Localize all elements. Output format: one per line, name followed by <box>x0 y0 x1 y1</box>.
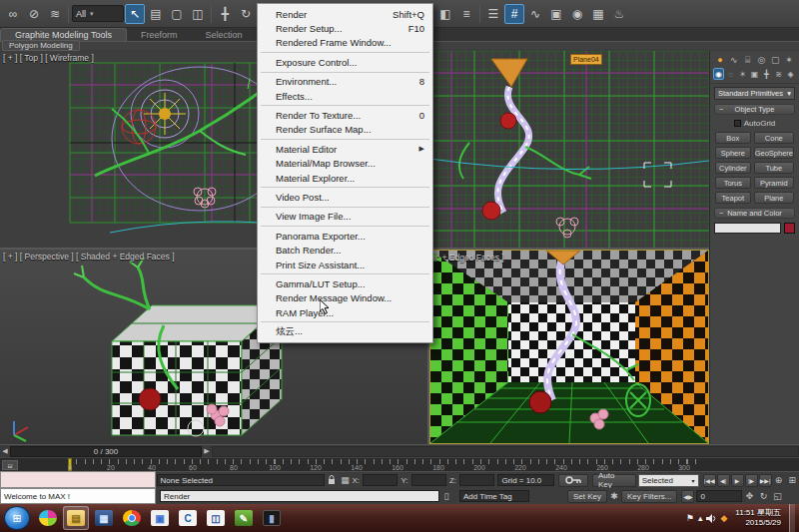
maximize-viewport-toggle-icon[interactable]: ◱ <box>770 490 784 503</box>
key-filters-paw-icon[interactable]: ✱ <box>607 490 621 503</box>
taskbar-photo-viewer-icon[interactable]: ▣ <box>147 506 173 530</box>
play-button[interactable]: ▶ <box>731 474 744 487</box>
align-button[interactable]: ≡ <box>456 4 476 24</box>
menu-item-environment[interactable]: Environment...8 <box>258 75 432 89</box>
z-coord-field[interactable] <box>459 474 494 486</box>
menu-item-xuanyun-cloud-render[interactable]: 炫云... <box>258 324 432 338</box>
primitive-category-dropdown[interactable]: Standard Primitives ▾ <box>714 87 795 100</box>
sphere-button[interactable]: Sphere <box>715 147 751 159</box>
taskbar-caj-viewer-icon[interactable]: C <box>175 506 201 530</box>
unlink-selection-icon[interactable]: ⊘ <box>24 4 44 24</box>
action-center-flag-icon[interactable]: ⚑ <box>686 513 694 523</box>
create-tab[interactable]: ● <box>714 54 726 66</box>
menu-item-exposure-control[interactable]: Exposure Control... <box>258 55 432 69</box>
time-slider-prev-arrow[interactable]: ◀ <box>0 446 10 457</box>
viewport-perspective-label[interactable]: [ + ] [ Perspective ] [ Shaded + Edged F… <box>3 252 175 262</box>
bind-to-space-warp-icon[interactable]: ≋ <box>45 4 65 24</box>
tube-button[interactable]: Tube <box>754 162 794 174</box>
menu-item-ram-player[interactable]: RAM Player... <box>258 305 432 319</box>
material-editor-button[interactable]: ◉ <box>567 4 587 24</box>
go-to-end-button[interactable]: ▶▶| <box>759 474 772 487</box>
taskbar-media-app-icon[interactable] <box>35 506 61 530</box>
motion-tab[interactable]: ◎ <box>755 54 767 66</box>
systems-button[interactable]: ◈ <box>785 68 796 80</box>
x-coord-field[interactable] <box>363 474 398 486</box>
object-name-input[interactable] <box>714 223 781 234</box>
hidden-icons-arrow[interactable]: ▴ <box>698 513 703 523</box>
select-and-link-icon[interactable]: ∞ <box>3 4 23 24</box>
key-filters-button[interactable]: Key Filters... <box>621 490 677 503</box>
taskbar-save-app-icon[interactable]: ◫ <box>203 506 229 530</box>
go-to-start-button[interactable]: |◀◀ <box>703 474 716 487</box>
schematic-view-button[interactable]: ▣ <box>546 4 566 24</box>
viewport-top-label[interactable]: [ + ] [ Top ] [ Wireframe ] <box>3 53 94 63</box>
window-crossing-toggle[interactable]: ◫ <box>188 4 208 24</box>
set-key-button[interactable]: Set Key <box>567 490 607 503</box>
mirror-button[interactable]: ◧ <box>435 4 455 24</box>
pan-hand-icon[interactable]: ✥ <box>742 490 756 503</box>
display-tab[interactable]: ▢ <box>769 54 781 66</box>
auto-key-button[interactable]: Auto Key <box>592 474 636 487</box>
object-color-swatch[interactable] <box>784 223 795 234</box>
space-warps-button[interactable]: ≋ <box>773 68 784 80</box>
selection-lock-toggle[interactable] <box>325 474 339 487</box>
pyramid-button[interactable]: Pyramid <box>754 177 794 189</box>
viewport-camera-top-right[interactable]: Plane04 <box>429 51 709 248</box>
box-button[interactable]: Box <box>715 132 751 144</box>
y-coord-field[interactable] <box>411 474 446 486</box>
helpers-button[interactable]: ╋ <box>761 68 772 80</box>
key-set-dropdown[interactable]: Selected ▾ <box>638 474 699 487</box>
shapes-button[interactable]: ◌ <box>725 68 736 80</box>
tab-selection[interactable]: Selection <box>191 28 256 41</box>
menu-item-print-size-assistant[interactable]: Print Size Assistant... <box>258 258 432 271</box>
show-desktop-button[interactable] <box>789 504 795 532</box>
menu-item-rendered-frame-window[interactable]: Rendered Frame Window... <box>258 36 432 50</box>
menu-item-render-surface-map[interactable]: Render Surface Map... <box>258 123 432 137</box>
add-time-tag-field[interactable]: Add Time Tag <box>459 490 529 502</box>
next-frame-button[interactable]: |▶ <box>745 474 758 487</box>
set-keys-key-button[interactable] <box>558 474 588 487</box>
taskbar-phone-app-icon[interactable]: ▮ <box>259 506 285 530</box>
taskbar-editor-app-icon[interactable]: ✎ <box>231 506 257 530</box>
menu-item-render-setup[interactable]: Render Setup...F10 <box>258 21 432 35</box>
select-and-rotate-button[interactable]: ↻ <box>236 4 256 24</box>
render-production-button[interactable]: ♨ <box>609 4 629 24</box>
menu-item-render-message-window[interactable]: Render Message Window... <box>258 291 432 305</box>
lights-button[interactable]: ☀ <box>737 68 748 80</box>
rect-selection-region-button[interactable]: ▢ <box>167 4 187 24</box>
menu-item-view-image-file[interactable]: View Image File... <box>258 210 432 224</box>
zoom-extents-icon[interactable]: ⊕ <box>772 474 786 487</box>
time-slider-handle[interactable]: 0 / 300 <box>10 446 202 457</box>
torus-button[interactable]: Torus <box>715 177 751 189</box>
plane-button[interactable]: Plane <box>754 192 794 204</box>
menu-item-gamma-lut-setup[interactable]: Gamma/LUT Setup... <box>258 276 432 290</box>
menu-item-effects[interactable]: Effects... <box>258 89 432 103</box>
orbit-icon[interactable]: ↻ <box>756 490 770 503</box>
absolute-offset-toggle[interactable]: ▦ <box>339 474 353 487</box>
geosphere-button[interactable]: GeoSphere <box>754 147 794 159</box>
cameras-button[interactable]: ▣ <box>749 68 760 80</box>
object-type-rollout-header[interactable]: − Object Type <box>714 104 795 115</box>
current-frame-field[interactable]: 0 <box>696 490 742 502</box>
zoom-all-icon[interactable]: ⊞ <box>785 474 799 487</box>
select-object-button[interactable]: ↖ <box>125 4 145 24</box>
menu-item-video-post[interactable]: Video Post... <box>258 190 432 204</box>
mini-curve-editor-button[interactable]: ⊟ <box>2 460 18 470</box>
taskbar-chrome-icon[interactable] <box>119 506 145 530</box>
maxscript-macro-recorder[interactable] <box>0 471 156 488</box>
modify-tab[interactable]: ∿ <box>728 54 740 66</box>
ime-language-icon[interactable]: ◆ <box>720 513 727 523</box>
taskbar-computer-icon[interactable]: ▦ <box>91 506 117 530</box>
time-slider-next-arrow[interactable]: ▶ <box>202 446 212 457</box>
select-by-name-button[interactable]: ▤ <box>146 4 166 24</box>
name-color-rollout-header[interactable]: − Name and Color <box>714 208 795 219</box>
render-setup-button[interactable]: ▦ <box>588 4 608 24</box>
menu-item-panorama-exporter[interactable]: Panorama Exporter... <box>258 229 432 243</box>
volume-icon[interactable] <box>706 514 716 523</box>
menu-item-material-explorer[interactable]: Material Explorer... <box>258 171 432 185</box>
viewport-camera-realistic[interactable]: ic + Edged Faces ] <box>429 250 709 444</box>
taskbar-explorer-icon[interactable]: ▤ <box>63 506 89 530</box>
notes-page-icon[interactable]: ▯ <box>439 490 453 503</box>
curve-editor-button[interactable]: ∿ <box>525 4 545 24</box>
select-and-move-button[interactable]: ╋ <box>215 4 235 24</box>
